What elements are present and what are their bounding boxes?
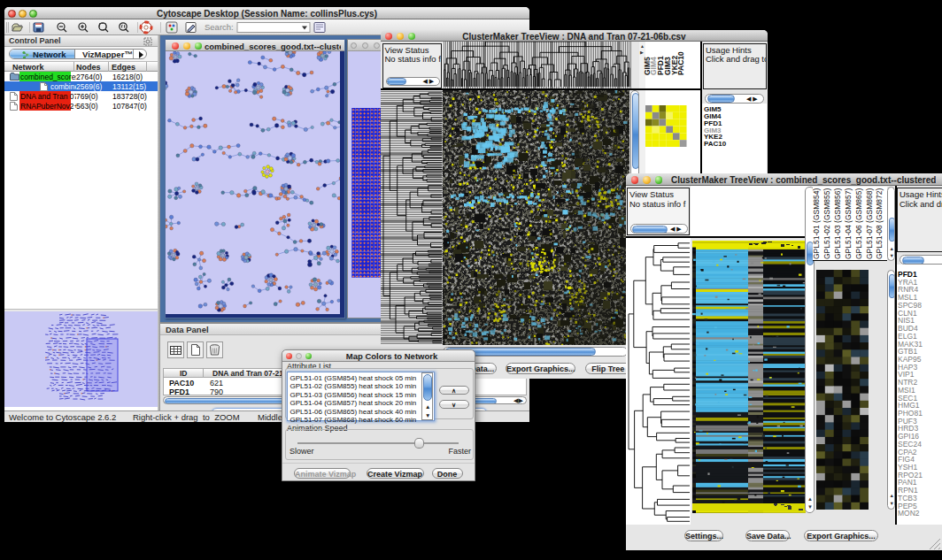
svg-text:GPL51-07 (GSM868): GPL51-07 (GSM868) <box>865 188 874 259</box>
svg-text:GPL51-03 (GSM856): GPL51-03 (GSM856) <box>833 188 842 259</box>
svg-text:GPL51-01 (GSM854): GPL51-01 (GSM854) <box>812 188 821 259</box>
svg-text:GPL51-06 (GSM865): GPL51-06 (GSM865) <box>854 188 863 259</box>
svg-text:GPL51-08 (GSM872): GPL51-08 (GSM872) <box>875 188 884 259</box>
svg-text:Search:: Search: <box>205 22 234 32</box>
svg-text:GPL51-04 (GSM857): GPL51-04 (GSM857) <box>844 188 853 259</box>
svg-text:GPL51-02 (GSM855): GPL51-02 (GSM855) <box>822 188 831 259</box>
svg-text:PAC10: PAC10 <box>676 51 685 75</box>
